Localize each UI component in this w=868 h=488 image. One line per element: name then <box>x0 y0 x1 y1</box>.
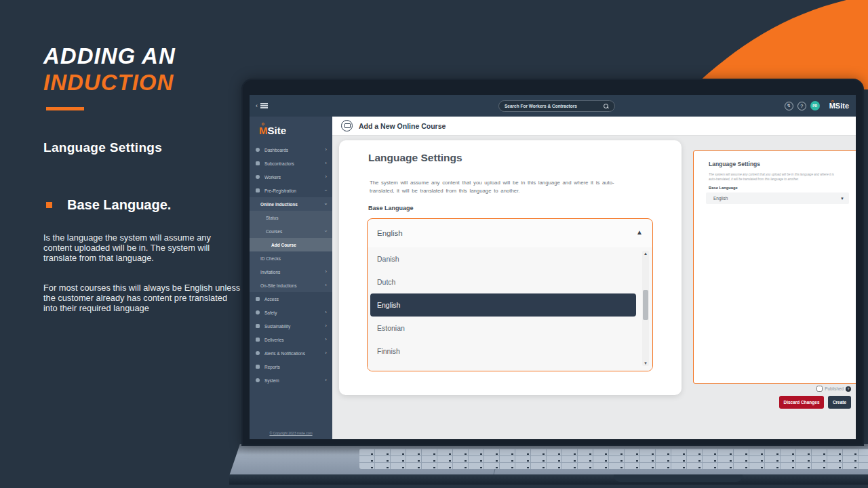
base-language-label: Base Language <box>368 205 414 211</box>
system-gear-icon <box>256 378 260 382</box>
sidebar-item-safety[interactable]: Safety› <box>250 306 332 319</box>
preview-language-select[interactable]: English ▼ <box>706 192 849 204</box>
sidebar-item-dashboards[interactable]: Dashboards› <box>250 143 332 157</box>
dropdown-option-list: Danish Dutch English Estonian Finnish <box>368 247 652 371</box>
dropdown-value-row[interactable]: English ▲ <box>368 219 652 247</box>
sidebar-item-on-site-inductions[interactable]: On-Site Inductions› <box>250 279 332 292</box>
preview-title: Language Settings <box>709 161 760 167</box>
laptop-notch <box>614 474 743 482</box>
dropdown-option-estonian[interactable]: Estonian <box>368 317 652 340</box>
sidebar-item-online-inductions[interactable]: Online Inductions› <box>250 197 332 211</box>
online-course-icon <box>341 120 353 131</box>
orange-swoosh-decoration <box>690 0 868 89</box>
caret-down-icon: ▼ <box>840 197 844 201</box>
preview-description: The system will assume any content that … <box>709 173 842 182</box>
page-header: Add a New Online Course <box>332 117 856 136</box>
copyright-link[interactable]: © Copyright 2023 msite.com <box>250 431 332 435</box>
card-title: Language Settings <box>368 152 462 164</box>
create-button[interactable]: Create <box>828 396 851 409</box>
sidebar-item-subcontractors[interactable]: Subcontractors› <box>250 157 332 170</box>
sidebar-item-reports[interactable]: Reports <box>250 360 332 373</box>
page-title: Add a New Online Course <box>359 122 446 130</box>
app-topbar: ‹ ↯ ? PR MSite <box>250 95 856 117</box>
chevron-right-icon: › <box>325 310 327 315</box>
sidebar-item-id-checks[interactable]: ID Checks <box>250 251 332 265</box>
global-search[interactable] <box>498 100 615 112</box>
chevron-right-icon: › <box>325 337 327 342</box>
chevron-down-icon: › <box>323 203 329 205</box>
slide-title: ADDING AN INDUCTION <box>43 43 247 96</box>
sidebar-item-workers[interactable]: Workers› <box>250 170 332 184</box>
scroll-down-icon[interactable]: ▼ <box>642 361 649 365</box>
laptop-screen: ‹ ↯ ? PR MSite MSite Das <box>241 79 864 446</box>
chevron-down-icon: › <box>323 190 329 192</box>
chevron-right-icon: › <box>325 350 327 356</box>
slide-bullet: Base Language. <box>43 197 247 213</box>
sidebar-item-sustainability[interactable]: Sustainability› <box>250 319 332 333</box>
dropdown-option-dutch[interactable]: Dutch <box>368 270 652 293</box>
sidebar-item-access[interactable]: Access <box>250 292 332 306</box>
scroll-up-icon[interactable]: ▲ <box>642 251 649 256</box>
slide-copy: ADDING AN INDUCTION Language Settings Ba… <box>43 43 247 314</box>
dashboards-icon <box>256 148 260 152</box>
search-input[interactable] <box>505 104 604 108</box>
slide-paragraph-2: For most courses this will always be Eng… <box>43 283 241 314</box>
sidebar-item-alerts-notifications[interactable]: Alerts & Notifications› <box>250 346 332 360</box>
app-sidebar: MSite Dashboards› Subcontractors› Worker… <box>250 117 332 439</box>
chevron-right-icon: › <box>325 161 327 166</box>
sidebar-item-status[interactable]: Status <box>250 211 332 224</box>
access-icon <box>256 297 260 301</box>
slide: ADDING AN INDUCTION Language Settings Ba… <box>0 0 868 488</box>
chevron-right-icon: › <box>325 378 327 383</box>
preview-base-language-label: Base Language <box>709 186 738 190</box>
sidebar-item-invitations[interactable]: Invitations› <box>250 265 332 279</box>
published-info-icon[interactable]: ? <box>846 386 851 392</box>
laptop-keyboard <box>359 449 868 469</box>
slide-title-line1: ADDING AN <box>43 43 247 70</box>
preview-select-value: English <box>713 196 728 201</box>
dropdown-option-danish[interactable]: Danish <box>368 247 652 270</box>
sustainability-icon <box>256 324 260 328</box>
msite-logo-sidebar: MSite <box>259 125 332 136</box>
sidebar-item-pre-registration[interactable]: Pre-Registration› <box>250 184 332 197</box>
dropdown-current-value: English <box>377 229 403 237</box>
search-icon[interactable] <box>604 104 609 109</box>
action-buttons: Discard Changes Create <box>779 396 851 409</box>
language-settings-card: Language Settings The system will assume… <box>339 140 682 395</box>
chevron-right-icon: › <box>325 283 327 288</box>
sidebar-item-system[interactable]: System› <box>250 373 332 387</box>
sidebar-item-add-course-active[interactable]: Add Course <box>250 238 332 251</box>
deliveries-icon <box>256 338 260 342</box>
discard-changes-button[interactable]: Discard Changes <box>779 396 824 409</box>
help-icon[interactable]: ? <box>797 102 806 110</box>
user-avatar[interactable]: PR <box>810 101 820 110</box>
title-underline <box>46 107 84 110</box>
dropdown-option-english-selected[interactable]: English <box>370 293 636 317</box>
sidebar-collapse-icon[interactable]: ‹ <box>256 101 270 110</box>
subcontractors-icon <box>256 161 260 165</box>
published-label: Published <box>825 386 844 391</box>
bullet-label: Base Language. <box>67 197 171 213</box>
base-language-dropdown[interactable]: English ▲ Danish Dutch English Estonian … <box>367 218 653 371</box>
pre-registration-icon <box>256 188 260 192</box>
sidebar-item-deliveries[interactable]: Deliveries› <box>250 333 332 346</box>
activity-bolt-icon[interactable]: ↯ <box>785 102 793 110</box>
workers-icon <box>256 175 260 179</box>
app-main: Add a New Online Course Language Setting… <box>332 117 856 439</box>
laptop-keyboard-deck <box>229 444 868 476</box>
chevron-right-icon: › <box>325 174 327 180</box>
caret-up-icon[interactable]: ▲ <box>636 228 643 236</box>
reports-icon <box>256 365 260 369</box>
sidebar-item-courses[interactable]: Courses› <box>250 224 332 238</box>
chevron-right-icon: › <box>325 323 327 329</box>
card-description: The system will assume any content that … <box>370 179 615 195</box>
dropdown-option-finnish[interactable]: Finnish <box>368 340 652 363</box>
published-checkbox[interactable] <box>816 386 823 392</box>
dropdown-scrollbar[interactable]: ▲ ▼ <box>642 251 649 366</box>
published-row: Published ? <box>816 386 851 392</box>
scrollbar-thumb[interactable] <box>643 290 648 320</box>
msite-app-window: ‹ ↯ ? PR MSite MSite Das <box>250 95 856 439</box>
msite-logo-topbar: MSite <box>829 102 849 110</box>
laptop-front-edge <box>229 474 868 485</box>
logo-dot-icon <box>831 100 834 103</box>
